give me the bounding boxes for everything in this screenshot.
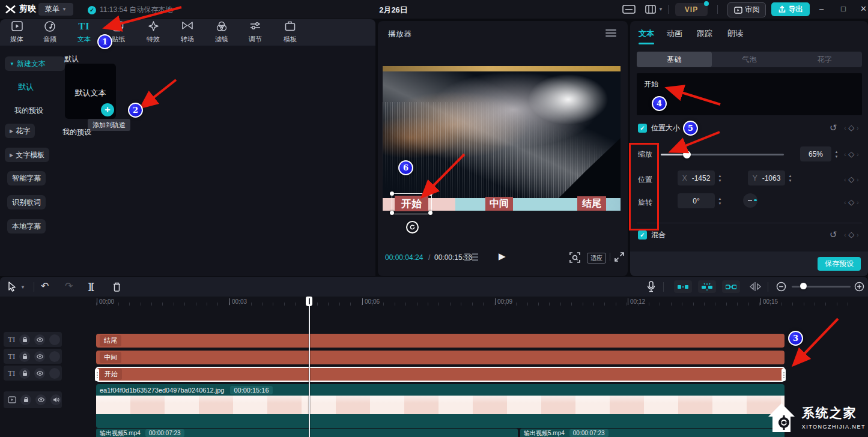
- sidebar-item-text-template[interactable]: ▶ 文字模板: [5, 148, 49, 162]
- record-voiceover-icon[interactable]: [647, 281, 655, 292]
- undo-button[interactable]: ↶: [41, 280, 49, 292]
- hide-toggle-icon[interactable]: [49, 368, 60, 379]
- tab-tracking[interactable]: 跟踪: [697, 28, 712, 39]
- layout-icon[interactable]: [645, 5, 656, 14]
- shortcut-keyboard-icon[interactable]: [622, 5, 636, 14]
- split-button[interactable]: ][: [88, 282, 94, 291]
- blend-reset-icon[interactable]: ↺: [830, 229, 837, 240]
- sidebar-item-default[interactable]: 默认: [18, 82, 34, 92]
- tab-adjust[interactable]: 调节: [241, 21, 269, 44]
- tab-effects[interactable]: 特效: [139, 21, 167, 44]
- scale-value-box[interactable]: 65%: [800, 146, 831, 161]
- playhead-line[interactable]: [309, 297, 310, 437]
- speaker-icon[interactable]: [50, 394, 61, 405]
- fit-button[interactable]: 适应: [587, 253, 606, 264]
- position-y-box[interactable]: Y -1063: [748, 170, 785, 185]
- redo-button[interactable]: ↷: [65, 280, 73, 292]
- blend-keyframe[interactable]: ‹ ◇ ›: [844, 230, 859, 239]
- frames-icon[interactable]: [464, 253, 479, 262]
- text-clip-middle[interactable]: 中间: [96, 351, 785, 364]
- maximize-button[interactable]: □: [841, 4, 846, 13]
- close-button[interactable]: ✕: [860, 4, 867, 13]
- add-to-track-button[interactable]: +: [101, 103, 114, 116]
- eye-icon[interactable]: [34, 368, 45, 379]
- hide-toggle-icon[interactable]: [49, 334, 60, 345]
- delete-button[interactable]: [112, 282, 121, 292]
- text-clip-start-selected[interactable]: 开始: [96, 367, 785, 382]
- lock-icon[interactable]: [19, 351, 30, 362]
- sidebar-item-my-presets[interactable]: 我的预设: [14, 106, 43, 116]
- position-x-stepper[interactable]: ▲▼: [716, 170, 724, 185]
- reset-icon[interactable]: ↺: [830, 122, 837, 133]
- rotate-handle[interactable]: [406, 221, 419, 234]
- text-input[interactable]: 开始: [637, 73, 862, 115]
- timeline-area[interactable]: 00:00 00:03 00:06 00:09 00:12 00:15 TI T…: [0, 297, 868, 437]
- selection-handle[interactable]: [428, 211, 432, 215]
- audio-clip[interactable]: 输出视频5.mp4 00:00:07:23: [96, 429, 518, 437]
- rotate-stepper[interactable]: ▲▼: [716, 193, 724, 208]
- selection-handle[interactable]: [428, 191, 432, 196]
- zoom-out-icon[interactable]: [776, 282, 786, 292]
- main-track-magnet-toggle[interactable]: [698, 280, 716, 293]
- audio-clip[interactable]: 输出视频5.mp4 00:00:07:23: [520, 429, 785, 437]
- tab-audio[interactable]: 音频: [36, 21, 64, 44]
- clip-right-trim-handle[interactable]: [782, 369, 786, 381]
- tab-animation[interactable]: 动画: [667, 28, 682, 39]
- overlay-text-end[interactable]: 结尾: [577, 196, 606, 211]
- tab-filter[interactable]: 滤镜: [208, 21, 235, 44]
- text-clip-end[interactable]: 结尾: [96, 334, 785, 348]
- blend-checkbox[interactable]: ✓: [638, 231, 647, 240]
- position-size-checkbox[interactable]: ✓: [638, 124, 647, 133]
- tab-media[interactable]: 媒体: [3, 21, 31, 44]
- overlay-text-middle[interactable]: 中间: [485, 197, 513, 211]
- rotate-dial[interactable]: [743, 193, 757, 208]
- sidebar-item-auto-captions[interactable]: 智能字幕: [7, 171, 46, 185]
- fullscreen-icon[interactable]: [614, 252, 625, 262]
- preview-focus-icon[interactable]: [569, 252, 581, 264]
- lock-icon[interactable]: [20, 394, 31, 405]
- tab-read-aloud[interactable]: 朗读: [727, 28, 743, 39]
- play-button[interactable]: ▶: [499, 251, 506, 262]
- playhead-handle[interactable]: [306, 297, 312, 306]
- position-keyframe[interactable]: ‹ ◇ ›: [844, 175, 859, 184]
- scale-stepper[interactable]: ▲▼: [833, 146, 840, 161]
- scale-slider-handle[interactable]: [683, 151, 691, 158]
- position-x-box[interactable]: X -1452: [678, 170, 715, 185]
- select-tool-chevron[interactable]: ▼: [20, 285, 25, 290]
- subtab-basic[interactable]: 基础: [637, 52, 712, 67]
- position-y-stepper[interactable]: ▲▼: [786, 170, 794, 185]
- eye-icon[interactable]: [35, 394, 46, 405]
- tab-text-settings[interactable]: 文本: [639, 28, 654, 39]
- export-button[interactable]: 导出: [771, 2, 810, 16]
- menu-button[interactable]: 菜单 ▼: [38, 3, 73, 16]
- clip-left-trim-handle[interactable]: [95, 369, 99, 381]
- tab-transition[interactable]: 转场: [174, 21, 201, 44]
- selection-handle[interactable]: [390, 211, 394, 215]
- text-selection-box[interactable]: [392, 193, 432, 214]
- tab-text[interactable]: TI 文本: [70, 21, 98, 44]
- minimize-button[interactable]: –: [819, 4, 824, 13]
- sidebar-item-fancy-text[interactable]: ▶ 花字: [5, 124, 35, 138]
- rotate-value-box[interactable]: 0°: [678, 193, 715, 208]
- auto-snap-toggle[interactable]: [674, 280, 692, 293]
- lock-icon[interactable]: [19, 334, 30, 345]
- rotate-keyframe[interactable]: ‹ ◇ ›: [844, 197, 859, 206]
- player-menu-icon[interactable]: [605, 29, 616, 37]
- sidebar-item-new-text[interactable]: ▼ 新建文本: [5, 56, 65, 71]
- keyframe-control[interactable]: ‹ ◇ ›: [844, 123, 859, 132]
- sidebar-item-lyrics-recognition[interactable]: 识别歌词: [7, 195, 46, 209]
- link-toggle[interactable]: [722, 280, 740, 293]
- video-clip[interactable]: ea1f04f0d1b635273ed0497ba0240612.jpg 00:…: [96, 384, 785, 428]
- selection-handle[interactable]: [390, 191, 394, 196]
- tab-template[interactable]: 模板: [276, 21, 304, 44]
- video-preview[interactable]: [383, 66, 621, 211]
- lock-icon[interactable]: [19, 368, 30, 379]
- zoom-in-icon[interactable]: [854, 282, 864, 292]
- review-button[interactable]: 审阅: [727, 2, 766, 17]
- save-preset-button[interactable]: 保存预设: [818, 257, 861, 271]
- hide-toggle-icon[interactable]: [49, 351, 60, 362]
- sidebar-item-local-captions[interactable]: 本地字幕: [7, 219, 46, 234]
- layout-chevron-icon[interactable]: ▼: [658, 7, 663, 12]
- subtab-fancy[interactable]: 花字: [787, 52, 862, 67]
- timeline-zoom-handle[interactable]: [800, 283, 807, 289]
